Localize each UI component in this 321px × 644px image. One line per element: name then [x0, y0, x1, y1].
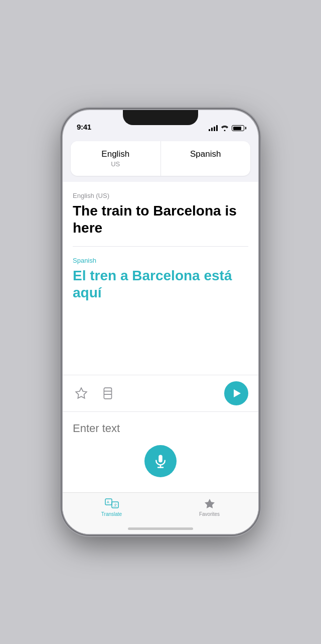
svg-rect-1: [104, 388, 111, 399]
status-time: 9:41: [77, 123, 91, 131]
text-input[interactable]: [73, 422, 248, 435]
microphone-button[interactable]: [144, 445, 177, 477]
svg-text:文: 文: [113, 503, 117, 507]
favorite-button[interactable]: [73, 385, 90, 402]
source-language-sub: US: [111, 160, 120, 168]
language-selector: English US Spanish: [71, 141, 250, 176]
play-icon: [234, 389, 241, 397]
microphone-icon: [153, 454, 168, 469]
action-icons: [73, 385, 224, 402]
target-language-button[interactable]: Spanish: [161, 141, 251, 176]
favorites-tab-label: Favorites: [199, 511, 220, 517]
svg-rect-4: [158, 455, 163, 463]
play-button[interactable]: [224, 381, 248, 405]
source-language-button[interactable]: English US: [71, 141, 161, 176]
divider: [73, 246, 248, 247]
translate-icon: A 文: [105, 498, 119, 510]
status-icons: [209, 125, 244, 131]
source-text: The train to Barcelona is here: [73, 202, 248, 236]
notch: [123, 110, 198, 125]
home-indicator: [128, 527, 193, 530]
battery-icon: [232, 125, 244, 131]
phrasebook-button[interactable]: [100, 385, 117, 402]
svg-marker-11: [205, 499, 215, 508]
signal-bars-icon: [209, 125, 218, 131]
tab-favorites[interactable]: Favorites: [160, 498, 258, 517]
book-icon: [102, 387, 115, 400]
input-area: [63, 411, 258, 492]
translate-tab-label: Translate: [101, 511, 122, 517]
target-language-name: Spanish: [190, 149, 221, 159]
phone-frame: 9:41 English US: [63, 110, 258, 534]
favorites-tab-icon: [204, 498, 216, 510]
wifi-icon: [221, 125, 229, 131]
screen: English US Spanish English (US) The trai…: [63, 135, 258, 534]
target-text: El tren a Barcelona está aquí: [73, 267, 248, 301]
source-language-name: English: [101, 149, 129, 159]
source-language-label: English (US): [73, 192, 248, 199]
tab-translate[interactable]: A 文 Translate: [63, 498, 160, 517]
svg-text:A: A: [107, 500, 109, 504]
action-bar: [63, 375, 258, 411]
svg-marker-0: [76, 388, 87, 398]
translation-area: English (US) The train to Barcelona is h…: [63, 182, 258, 375]
star-icon: [75, 387, 88, 400]
target-language-label: Spanish: [73, 257, 248, 264]
